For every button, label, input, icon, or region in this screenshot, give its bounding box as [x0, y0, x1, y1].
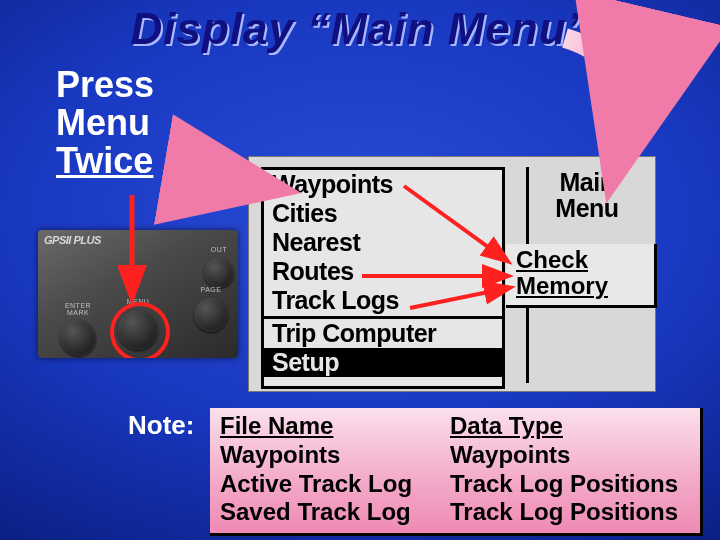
- gps-item-cities: Cities: [264, 199, 502, 228]
- note-header-row: File Name Data Type: [220, 412, 690, 441]
- gps-item-setup: Setup: [264, 348, 502, 377]
- gps-item-nearest: Nearest: [264, 228, 502, 257]
- gps-item-routes: Routes: [264, 257, 502, 286]
- gps-item-waypoints: Waypoints: [264, 170, 502, 199]
- press-line2: Menu: [56, 104, 154, 142]
- press-line3: Twice: [56, 142, 154, 180]
- gps-right-title: Main Menu: [529, 167, 645, 222]
- menu-highlight-circle: [110, 302, 170, 358]
- slide-title: Display “Main Menu”: [0, 4, 720, 54]
- note-row: Waypoints Waypoints: [220, 441, 690, 470]
- press-line1: Press: [56, 66, 154, 104]
- device-logo: GPSII PLUS: [44, 234, 101, 246]
- note-label: Note:: [128, 410, 194, 441]
- gps-item-tripcomputer: Trip Computer: [264, 319, 502, 348]
- device-button-out: OUT: [204, 258, 234, 288]
- note-table: File Name Data Type Waypoints Waypoints …: [210, 408, 703, 536]
- press-menu-twice: Press Menu Twice: [56, 66, 154, 179]
- device-button-page: PAGE: [194, 298, 228, 332]
- gps-menu-list: Waypoints Cities Nearest Routes Track Lo…: [261, 167, 505, 389]
- note-row: Saved Track Log Track Log Positions: [220, 498, 690, 527]
- arrow-curved-title: [565, 38, 624, 145]
- slide: Display “Main Menu” Press Menu Twice GPS…: [0, 0, 720, 540]
- check-memory-label: Check Memory: [506, 244, 657, 308]
- note-header-datatype: Data Type: [450, 412, 563, 441]
- note-header-filename: File Name: [220, 412, 450, 441]
- device-photo: GPSII PLUS OUT PAGE MENU ENTER MARK: [38, 230, 238, 358]
- device-button-enter: ENTER MARK: [60, 320, 96, 356]
- arrow-twice-to-list: [170, 170, 260, 186]
- gps-item-tracklogs: Track Logs: [264, 286, 502, 315]
- note-row: Active Track Log Track Log Positions: [220, 470, 690, 499]
